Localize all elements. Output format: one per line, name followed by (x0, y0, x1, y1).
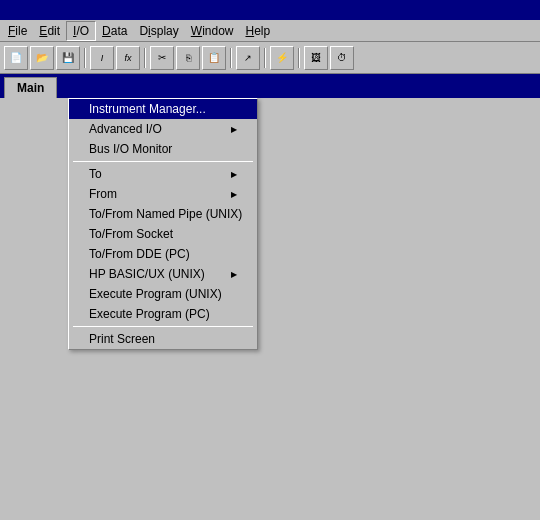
menu-item-window[interactable]: Window (185, 22, 240, 40)
menu-item-hp-basic-ux[interactable]: HP BASIC/UX (UNIX) ▶ (69, 264, 257, 284)
paste-icon: 📋 (208, 52, 220, 63)
menu-item-to[interactable]: To ▶ (69, 164, 257, 184)
copy-button[interactable]: ⎘ (176, 46, 200, 70)
save-button[interactable]: 💾 (56, 46, 80, 70)
print-screen-label: Print Screen (89, 332, 155, 346)
cursor-icon: I (101, 53, 104, 63)
fx-button[interactable]: fx (116, 46, 140, 70)
menu-item-from[interactable]: From ▶ (69, 184, 257, 204)
menu-item-io[interactable]: I/O (66, 21, 96, 41)
to-from-dde-label: To/From DDE (PC) (89, 247, 190, 261)
menu-item-data[interactable]: Data (96, 22, 133, 40)
to-arrow: ▶ (231, 170, 237, 179)
open-icon: 📂 (36, 52, 48, 63)
menu-separator-2 (73, 326, 253, 327)
to-label: To (89, 167, 102, 181)
from-arrow: ▶ (231, 190, 237, 199)
tab-main-label: Main (17, 81, 44, 95)
open-button[interactable]: 📂 (30, 46, 54, 70)
io-dropdown-menu: Instrument Manager... Advanced I/O ▶ Bus… (68, 98, 258, 350)
toolbar-separator-4 (264, 48, 266, 68)
advanced-io-label: Advanced I/O (89, 122, 162, 136)
toolbar: 📄 📂 💾 I fx ✂ ⎘ 📋 ↗ ⚡ 🖼 ⏱ (0, 42, 540, 74)
bus-io-monitor-label: Bus I/O Monitor (89, 142, 172, 156)
cursor-button[interactable]: I (90, 46, 114, 70)
image-button[interactable]: 🖼 (304, 46, 328, 70)
toolbar-separator-5 (298, 48, 300, 68)
menu-item-edit[interactable]: Edit (33, 22, 66, 40)
menu-item-print-screen[interactable]: Print Screen (69, 329, 257, 349)
copy-icon: ⎘ (186, 53, 191, 63)
hp-basic-ux-label: HP BASIC/UX (UNIX) (89, 267, 205, 281)
content-area: Instrument Manager... Advanced I/O ▶ Bus… (0, 98, 540, 520)
arrow-icon: ↗ (244, 53, 252, 63)
paste-button[interactable]: 📋 (202, 46, 226, 70)
cut-button[interactable]: ✂ (150, 46, 174, 70)
to-from-socket-label: To/From Socket (89, 227, 173, 241)
title-bar (0, 0, 540, 20)
toolbar-separator-3 (230, 48, 232, 68)
save-icon: 💾 (62, 52, 74, 63)
toolbar-separator-1 (84, 48, 86, 68)
menu-item-to-from-named-pipe[interactable]: To/From Named Pipe (UNIX) (69, 204, 257, 224)
tab-main[interactable]: Main (4, 77, 57, 98)
from-label: From (89, 187, 117, 201)
cut-icon: ✂ (158, 52, 166, 63)
new-icon: 📄 (10, 52, 22, 63)
menu-item-file[interactable]: File (2, 22, 33, 40)
execute-program-pc-label: Execute Program (PC) (89, 307, 210, 321)
menu-item-instrument-manager[interactable]: Instrument Manager... (69, 99, 257, 119)
menu-item-execute-program-pc[interactable]: Execute Program (PC) (69, 304, 257, 324)
fx-icon: fx (124, 53, 131, 63)
lightning-button[interactable]: ⚡ (270, 46, 294, 70)
new-button[interactable]: 📄 (4, 46, 28, 70)
menu-bar: File Edit I/O Data Display Window Help (0, 20, 540, 42)
menu-item-bus-io-monitor[interactable]: Bus I/O Monitor (69, 139, 257, 159)
menu-item-advanced-io[interactable]: Advanced I/O ▶ (69, 119, 257, 139)
to-from-named-pipe-label: To/From Named Pipe (UNIX) (89, 207, 242, 221)
tab-bar: Main (0, 74, 540, 98)
toolbar-separator-2 (144, 48, 146, 68)
image-icon: 🖼 (311, 52, 321, 63)
clock-button[interactable]: ⏱ (330, 46, 354, 70)
menu-item-execute-program-unix[interactable]: Execute Program (UNIX) (69, 284, 257, 304)
execute-program-unix-label: Execute Program (UNIX) (89, 287, 222, 301)
hp-basic-ux-arrow: ▶ (231, 270, 237, 279)
clock-icon: ⏱ (337, 52, 347, 63)
menu-item-display[interactable]: Display (133, 22, 184, 40)
lightning-icon: ⚡ (276, 52, 288, 63)
menu-separator-1 (73, 161, 253, 162)
menu-item-to-from-dde[interactable]: To/From DDE (PC) (69, 244, 257, 264)
menu-item-to-from-socket[interactable]: To/From Socket (69, 224, 257, 244)
arrow-button[interactable]: ↗ (236, 46, 260, 70)
advanced-io-arrow: ▶ (231, 125, 237, 134)
instrument-manager-label: Instrument Manager... (89, 102, 206, 116)
menu-item-help[interactable]: Help (239, 22, 276, 40)
